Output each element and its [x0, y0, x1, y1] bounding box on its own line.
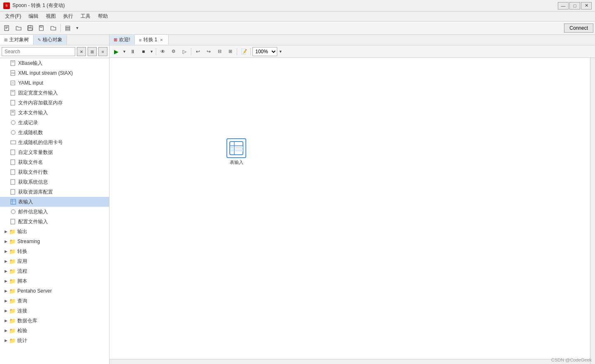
tree-item-table-input[interactable]: 表输入	[0, 197, 109, 207]
canvas-tab-welcome[interactable]: ⊞ 欢迎!	[109, 35, 135, 45]
stats-expand-icon: ▶	[3, 338, 8, 343]
close-tab-button[interactable]: ✕	[159, 38, 164, 43]
tree-item-gen-rows[interactable]: 生成记录	[0, 118, 109, 128]
minimize-button[interactable]: —	[558, 2, 569, 9]
text-file-icon	[10, 109, 17, 116]
watermark: CSDN @CodeGeek	[551, 357, 592, 362]
custom-const-icon	[10, 149, 17, 156]
explore-button[interactable]	[48, 23, 59, 33]
run-button[interactable]: ▶	[111, 47, 121, 56]
svg-rect-10	[66, 28, 70, 29]
preview-button[interactable]: 👁	[158, 47, 168, 56]
open-button[interactable]	[13, 23, 24, 33]
tab-main-tree[interactable]: ⊞ 主对象树	[0, 35, 33, 45]
close-button[interactable]: ✕	[581, 2, 592, 9]
tree-item-custom-const[interactable]: 自定义常量数据	[0, 147, 109, 157]
main-tree-label: 主对象树	[9, 36, 29, 43]
canvas-horizontal-scrollbar[interactable]	[109, 359, 590, 364]
svg-text:XML: XML	[11, 72, 16, 74]
connect-button[interactable]: Connect	[564, 24, 593, 33]
tree-item-get-filename[interactable]: 获取文件名	[0, 157, 109, 167]
menu-file[interactable]: 文件(F)	[2, 12, 24, 21]
script-expand-icon: ▶	[3, 279, 8, 284]
stop-dropdown[interactable]: ▼	[149, 47, 154, 56]
category-validate[interactable]: ▶ 📁 检验	[0, 326, 109, 336]
category-output[interactable]: ▶ 📁 输出	[0, 227, 109, 236]
tree-item-text-file[interactable]: 文本文件输入	[0, 108, 109, 118]
svg-point-25	[11, 130, 15, 135]
category-stats[interactable]: ▶ 📁 统计	[0, 336, 109, 345]
toolbar-separator	[60, 24, 61, 32]
maximize-button[interactable]: □	[569, 2, 580, 9]
layers-dropdown[interactable]: ▼	[74, 23, 81, 33]
tree-item-get-sysinfo[interactable]: 获取系统信息	[0, 177, 109, 187]
search-collapse-button[interactable]: ≡	[98, 47, 107, 56]
tree-item-config-input[interactable]: 配置文件输入	[0, 217, 109, 227]
tree-item-yaml[interactable]: YAML input	[0, 78, 109, 88]
tree-item-get-repo-config[interactable]: 获取资源库配置	[0, 187, 109, 197]
canvas-vertical-scrollbar[interactable]	[590, 58, 595, 364]
debug-button[interactable]: ⚙	[169, 47, 178, 56]
undo-button[interactable]: ↩	[193, 47, 203, 56]
svg-point-24	[11, 121, 15, 125]
search-input[interactable]	[2, 47, 75, 56]
menu-tools[interactable]: 工具	[77, 12, 94, 21]
category-flow[interactable]: ▶ 📁 流程	[0, 266, 109, 276]
query-folder-icon: 📁	[9, 298, 16, 304]
welcome-tab-label: 欢迎!	[119, 36, 130, 43]
layers-button[interactable]	[62, 23, 73, 33]
redo-button[interactable]: ↪	[204, 47, 214, 56]
note-button[interactable]: 📝	[239, 47, 249, 56]
tree-item-xml[interactable]: XML XML input stream (StAX)	[0, 68, 109, 78]
script-folder-icon: 📁	[9, 278, 16, 284]
search-expand-button[interactable]: ⊞	[88, 47, 97, 56]
category-apply[interactable]: ▶ 📁 应用	[0, 256, 109, 266]
mail-input-icon	[10, 208, 17, 215]
tree-item-get-filerows[interactable]: 获取文件行数	[0, 167, 109, 177]
stop-button[interactable]: ■	[138, 47, 148, 56]
category-transform[interactable]: ▶ 📁 转换	[0, 246, 109, 256]
svg-rect-28	[11, 160, 15, 165]
pause-button[interactable]: ⏸	[128, 47, 138, 56]
saveas-button[interactable]	[36, 23, 47, 33]
canvas-tabs: ⊞ 欢迎! ≡ 转换 1 ✕	[109, 35, 595, 45]
tree-item-fixed-width[interactable]: 固定宽度文件输入	[0, 88, 109, 98]
menu-view[interactable]: 视图	[43, 12, 59, 21]
tab-core-objects[interactable]: ✎ 核心对象	[33, 35, 67, 45]
gen-random-icon	[10, 129, 17, 136]
tree-item-gen-credit[interactable]: 生成随机的信用卡号	[0, 137, 109, 147]
menu-edit[interactable]: 编辑	[25, 12, 42, 21]
tree-item-mail-input[interactable]: 邮件信息输入	[0, 207, 109, 217]
tree-item-load-memory[interactable]: 文件内容加载至内存	[0, 98, 109, 108]
category-pentaho-server[interactable]: ▶ 📁 Pentaho Server	[0, 286, 109, 296]
save-button[interactable]	[25, 23, 36, 33]
fixed-width-icon	[10, 90, 17, 96]
svg-rect-27	[11, 150, 15, 155]
canvas-tab-transform1[interactable]: ≡ 转换 1 ✕	[135, 35, 168, 45]
distribute-button[interactable]: ⊞	[225, 47, 235, 56]
table-input-node[interactable]: 表输入	[226, 138, 246, 165]
category-streaming[interactable]: ▶ 📁 Streaming	[0, 236, 109, 246]
menu-run[interactable]: 执行	[60, 12, 76, 21]
category-dw[interactable]: ▶ 📁 数据仓库	[0, 316, 109, 326]
tree-container: XBase输入 XML XML input stream (StAX) YAML…	[0, 58, 109, 364]
canvas-area[interactable]: 表输入	[109, 58, 595, 364]
connect-expand-icon: ▶	[3, 308, 8, 313]
new-button[interactable]	[2, 23, 12, 33]
menu-help[interactable]: 帮助	[95, 12, 111, 21]
category-script[interactable]: ▶ 📁 脚本	[0, 276, 109, 286]
run-dropdown[interactable]: ▼	[122, 47, 127, 56]
zoom-dropdown[interactable]: ▼	[278, 47, 283, 56]
tree-item-gen-random[interactable]: 生成随机数	[0, 128, 109, 137]
dw-folder-icon: 📁	[9, 317, 16, 324]
category-query[interactable]: ▶ 📁 查询	[0, 296, 109, 306]
tree-item-xbase[interactable]: XBase输入	[0, 58, 109, 68]
zoom-select[interactable]: 50% 75% 100% 150% 200%	[252, 47, 277, 56]
align-button[interactable]: ⊟	[214, 47, 224, 56]
explore-icon	[50, 25, 56, 31]
category-connect[interactable]: ▶ 📁 连接	[0, 306, 109, 316]
svg-rect-31	[11, 189, 15, 194]
step-button[interactable]: ▷	[179, 47, 189, 56]
apply-expand-icon: ▶	[3, 259, 8, 264]
search-clear-button[interactable]: ✕	[77, 47, 86, 56]
